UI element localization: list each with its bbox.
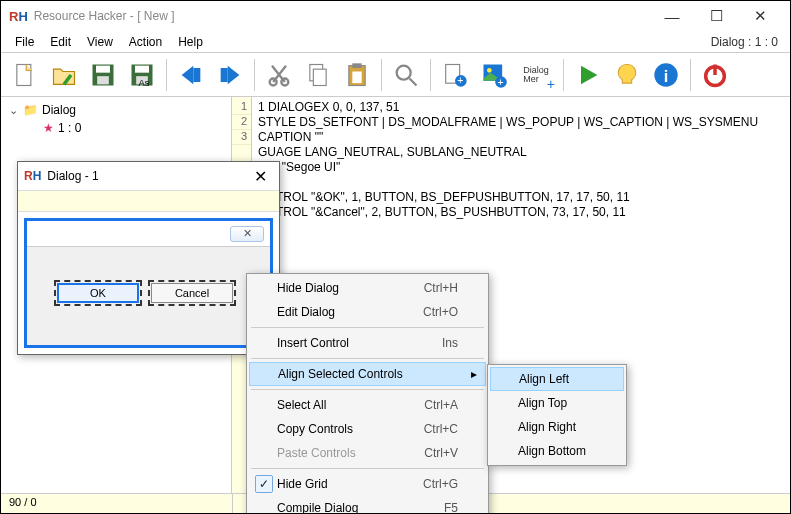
ctx-hide-dialog[interactable]: Hide DialogCtrl+H — [249, 276, 486, 300]
save-button[interactable] — [85, 57, 121, 93]
star-icon: ★ — [43, 121, 54, 135]
separator — [251, 327, 484, 328]
dialog-canvas[interactable]: ✕ OK Cancel — [24, 218, 273, 348]
menu-view[interactable]: View — [79, 33, 121, 51]
dialog-preview-titlebar[interactable]: RH Dialog - 1 ✕ — [18, 162, 279, 190]
maximize-button[interactable]: ☐ — [694, 2, 738, 30]
window-title: Resource Hacker - [ New ] — [34, 9, 175, 23]
svg-rect-13 — [313, 69, 326, 85]
dialog-cancel-button[interactable]: Cancel — [151, 283, 233, 303]
separator — [251, 389, 484, 390]
svg-rect-16 — [352, 71, 361, 83]
tree-child-label: 1 : 0 — [58, 121, 81, 135]
svg-rect-2 — [96, 65, 110, 72]
sub-align-bottom[interactable]: Align Bottom — [490, 439, 624, 463]
app-logo: RH — [9, 9, 28, 24]
separator — [251, 468, 484, 469]
tree-expander-icon[interactable]: ⌄ — [7, 104, 19, 117]
svg-text:+: + — [457, 74, 463, 86]
svg-rect-15 — [352, 63, 361, 68]
svg-point-17 — [397, 65, 411, 79]
dialog-preview-toolbar — [18, 190, 279, 212]
svg-text:i: i — [664, 67, 669, 85]
new-button[interactable] — [7, 57, 43, 93]
power-button[interactable] — [697, 57, 733, 93]
close-button[interactable]: ✕ — [738, 2, 782, 30]
ctx-compile-dialog[interactable]: Compile DialogF5 — [249, 496, 486, 514]
resource-path: Dialog : 1 : 0 — [711, 35, 784, 49]
ctx-edit-dialog[interactable]: Edit DialogCtrl+O — [249, 300, 486, 324]
svg-rect-5 — [135, 65, 149, 72]
ctx-paste-controls: Paste ControlsCtrl+V — [249, 441, 486, 465]
dialog-preview-title: Dialog - 1 — [47, 169, 98, 183]
info-button[interactable]: i — [648, 57, 684, 93]
app-logo-small: RH — [24, 169, 41, 183]
dialog-preview-close-icon[interactable]: ✕ — [248, 167, 273, 186]
submenu-arrow-icon: ▸ — [471, 367, 477, 381]
find-button[interactable] — [388, 57, 424, 93]
menu-action[interactable]: Action — [121, 33, 170, 51]
idea-button[interactable] — [609, 57, 645, 93]
minimize-button[interactable]: — — [650, 2, 694, 30]
svg-point-22 — [487, 68, 492, 73]
ctx-hide-grid[interactable]: ✓Hide GridCtrl+G — [249, 472, 486, 496]
add-image-button[interactable]: + — [476, 57, 512, 93]
check-icon: ✓ — [255, 475, 273, 493]
menu-help[interactable]: Help — [170, 33, 211, 51]
context-menu: Hide DialogCtrl+H Edit DialogCtrl+O Inse… — [246, 273, 489, 514]
ctx-select-all[interactable]: Select AllCtrl+A — [249, 393, 486, 417]
tree-node-item[interactable]: ★ 1 : 0 — [41, 119, 227, 137]
ctx-align-controls[interactable]: Align Selected Controls▸ — [249, 362, 486, 386]
ctx-copy-controls[interactable]: Copy ControlsCtrl+C — [249, 417, 486, 441]
sub-align-left[interactable]: Align Left — [490, 367, 624, 391]
menu-file[interactable]: File — [7, 33, 42, 51]
svg-text:+: + — [498, 75, 504, 87]
add-resource-button[interactable]: + — [437, 57, 473, 93]
titlebar: RH Resource Hacker - [ New ] — ☐ ✕ — [1, 1, 790, 31]
menu-edit[interactable]: Edit — [42, 33, 79, 51]
dialog-menu-button[interactable]: DialogMer+ — [515, 57, 557, 93]
run-button[interactable] — [570, 57, 606, 93]
open-button[interactable] — [46, 57, 82, 93]
dialog-inner-titlebar: ✕ — [27, 221, 270, 247]
tag-prev-button[interactable] — [173, 57, 209, 93]
saveas-button[interactable]: As — [124, 57, 160, 93]
align-submenu: Align Left Align Top Align Right Align B… — [487, 364, 627, 466]
svg-rect-3 — [97, 76, 109, 84]
ctx-insert-control[interactable]: Insert ControlIns — [249, 331, 486, 355]
tree-label: Dialog — [42, 103, 76, 117]
separator — [251, 358, 484, 359]
dialog-ok-button[interactable]: OK — [57, 283, 139, 303]
dialog-preview-window[interactable]: RH Dialog - 1 ✕ ✕ OK Cancel — [17, 161, 280, 355]
svg-text:As: As — [139, 77, 150, 87]
cursor-position: 90 / 0 — [9, 496, 37, 508]
svg-rect-8 — [193, 68, 200, 82]
sub-align-right[interactable]: Align Right — [490, 415, 624, 439]
menubar: File Edit View Action Help Dialog : 1 : … — [1, 31, 790, 53]
tree-node-dialog[interactable]: ⌄ 📁 Dialog — [5, 101, 227, 119]
cut-button[interactable] — [261, 57, 297, 93]
svg-rect-9 — [221, 68, 228, 82]
toolbar: As + + DialogMer+ i — [1, 53, 790, 97]
folder-icon: 📁 — [23, 103, 38, 117]
paste-button[interactable] — [339, 57, 375, 93]
copy-button[interactable] — [300, 57, 336, 93]
sub-align-top[interactable]: Align Top — [490, 391, 624, 415]
dialog-inner-close-icon[interactable]: ✕ — [230, 226, 264, 242]
tag-next-button[interactable] — [212, 57, 248, 93]
